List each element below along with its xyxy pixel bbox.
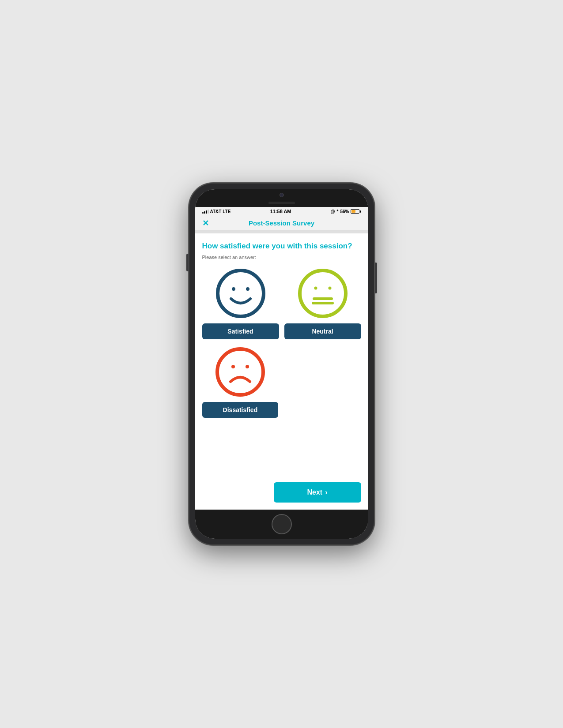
phone-inner: AT&T LTE 11:58 AM @ * 56% ✕ bbox=[195, 189, 368, 539]
survey-question: How satisfied were you with this session… bbox=[202, 241, 361, 251]
svg-point-10 bbox=[246, 365, 249, 368]
neutral-button[interactable]: Neutral bbox=[284, 323, 361, 339]
svg-point-0 bbox=[218, 270, 264, 316]
survey-sublabel: Please select an answer: bbox=[202, 255, 361, 260]
speaker bbox=[268, 202, 295, 204]
dissatisfied-button[interactable]: Dissatisfied bbox=[202, 402, 279, 418]
header-title: Post-Session Survey bbox=[249, 219, 314, 227]
home-button[interactable] bbox=[272, 514, 292, 534]
chevron-right-icon: › bbox=[325, 488, 327, 496]
satisfied-face-icon bbox=[214, 267, 267, 320]
svg-point-8 bbox=[217, 349, 263, 395]
notch-area bbox=[195, 189, 368, 207]
bluetooth-icon: * bbox=[337, 209, 339, 214]
dissatisfied-face-icon bbox=[214, 345, 267, 398]
status-bar: AT&T LTE 11:58 AM @ * 56% bbox=[195, 207, 368, 216]
time-label: 11:58 AM bbox=[270, 209, 291, 214]
phone-device: AT&T LTE 11:58 AM @ * 56% ✕ bbox=[189, 183, 374, 545]
camera bbox=[280, 193, 284, 197]
option-dissatisfied[interactable]: Dissatisfied bbox=[202, 345, 279, 418]
svg-point-2 bbox=[246, 287, 249, 291]
location-icon: @ bbox=[331, 209, 335, 214]
screen: AT&T LTE 11:58 AM @ * 56% ✕ bbox=[195, 189, 368, 539]
svg-point-9 bbox=[231, 365, 235, 368]
signal-icon bbox=[202, 209, 209, 214]
next-button[interactable]: Next › bbox=[274, 482, 361, 503]
status-left: AT&T LTE bbox=[202, 209, 231, 214]
carrier-label: AT&T LTE bbox=[210, 209, 231, 214]
next-button-label: Next bbox=[307, 488, 322, 496]
neutral-face-icon bbox=[296, 267, 349, 320]
battery-icon bbox=[351, 209, 361, 214]
close-button[interactable]: ✕ bbox=[202, 219, 209, 227]
options-grid-bottom: Dissatisfied bbox=[202, 345, 361, 418]
options-grid-top: Satisfied Neutral bbox=[202, 267, 361, 339]
header-bar: ✕ Post-Session Survey bbox=[195, 216, 368, 231]
svg-point-1 bbox=[232, 287, 235, 291]
satisfied-button[interactable]: Satisfied bbox=[202, 323, 279, 339]
svg-point-3 bbox=[300, 270, 346, 316]
battery-percent: 56% bbox=[340, 209, 349, 214]
svg-point-4 bbox=[314, 287, 317, 290]
svg-point-5 bbox=[328, 287, 331, 290]
option-neutral[interactable]: Neutral bbox=[284, 267, 361, 339]
home-button-area bbox=[195, 510, 368, 539]
option-satisfied[interactable]: Satisfied bbox=[202, 267, 279, 339]
main-content: How satisfied were you with this session… bbox=[195, 233, 368, 510]
status-right: @ * 56% bbox=[331, 209, 361, 214]
